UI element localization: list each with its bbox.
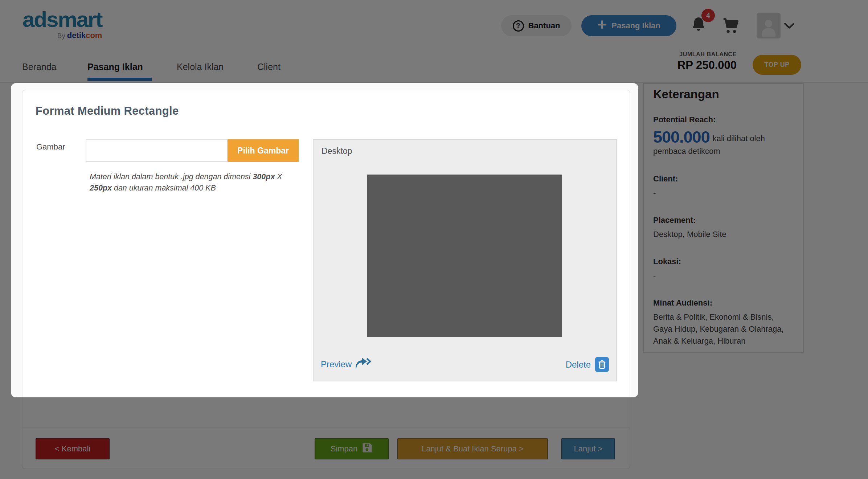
nav-item-pasang-iklan[interactable]: Pasang Iklan xyxy=(87,62,143,72)
footer-divider xyxy=(22,427,630,427)
gambar-input[interactable] xyxy=(86,139,228,162)
user-avatar[interactable] xyxy=(757,13,781,38)
pasang-iklan-label: Pasang Iklan xyxy=(611,21,660,30)
balance-label: JUMLAH BALANCE xyxy=(617,51,737,58)
cart-button[interactable] xyxy=(722,17,740,36)
trash-icon[interactable] xyxy=(595,357,609,372)
user-avatar-icon xyxy=(758,16,779,38)
pilih-gambar-button[interactable]: Pilih Gambar xyxy=(228,139,299,162)
adsmart-logo-text: adsmart xyxy=(22,8,102,31)
lokasi-label: Lokasi: xyxy=(653,257,794,266)
potential-reach-label: Potential Reach: xyxy=(653,115,794,124)
delete-label: Delete xyxy=(566,360,591,370)
logo-com-text: com xyxy=(86,31,102,40)
bantuan-label: Bantuan xyxy=(528,21,560,30)
nav-item-beranda[interactable]: Beranda xyxy=(22,62,57,72)
chevron-down-icon xyxy=(784,24,795,30)
preview-label: Preview xyxy=(321,359,352,369)
bell-icon xyxy=(691,28,706,34)
client-value: - xyxy=(653,187,794,199)
ad-image-placeholder xyxy=(367,175,562,337)
preview-forward-icon xyxy=(355,357,371,371)
gambar-label: Gambar xyxy=(36,142,65,152)
save-icon xyxy=(362,442,373,455)
potential-reach-value: 500.000kali dilihat oleh pembaca detikco… xyxy=(653,129,794,157)
detikcom-logo-text: Bydetikcom xyxy=(22,31,102,40)
minat-audiensi-label: Minat Audiensi: xyxy=(653,298,794,308)
lokasi-value: - xyxy=(653,270,794,282)
minat-audiensi-value: Berita & Politik, Ekonomi & Bisnis, Gaya… xyxy=(653,311,794,347)
form-title: Format Medium Rectangle xyxy=(36,105,179,118)
sidebar-title: Keterangan xyxy=(653,87,794,101)
adsmart-logo[interactable]: adsmart Bydetikcom xyxy=(22,8,102,40)
logo-by-text: By xyxy=(57,32,65,40)
kembali-button[interactable]: < Kembali xyxy=(36,438,110,459)
device-label: Desktop xyxy=(322,146,352,156)
cart-icon xyxy=(722,29,740,35)
nav-item-client[interactable]: Client xyxy=(257,62,281,72)
keterangan-sidebar: Keterangan Potential Reach: 500.000kali … xyxy=(643,83,804,353)
account-menu-chevron[interactable] xyxy=(784,22,795,30)
upload-row: Pilih Gambar xyxy=(86,139,299,162)
balance-value: RP 250.000 xyxy=(617,59,737,72)
simpan-button[interactable]: Simpan xyxy=(315,438,389,459)
bantuan-button[interactable]: ? Bantuan xyxy=(501,15,572,36)
app-screen: adsmart Bydetikcom ? Bantuan Pasang Ikla… xyxy=(0,0,868,479)
pasang-iklan-button[interactable]: Pasang Iklan xyxy=(581,15,676,36)
simpan-label: Simpan xyxy=(331,444,358,454)
active-tab-underline xyxy=(87,78,152,81)
preview-link[interactable]: Preview xyxy=(321,357,371,371)
balance-block: JUMLAH BALANCE RP 250.000 xyxy=(617,51,737,72)
placement-label: Placement: xyxy=(653,216,794,225)
desktop-preview-panel: Desktop Preview Delete xyxy=(313,139,617,381)
lanjut-button[interactable]: Lanjut > xyxy=(561,438,615,459)
placement-value: Desktop, Mobile Site xyxy=(653,228,794,240)
site-header: adsmart Bydetikcom ? Bantuan Pasang Ikla… xyxy=(0,0,868,83)
reach-number: 500.000 xyxy=(653,128,710,146)
logo-detik-text: detik xyxy=(67,31,86,40)
topup-button[interactable]: TOP UP xyxy=(753,55,801,75)
plus-icon xyxy=(597,20,607,32)
delete-link[interactable]: Delete xyxy=(566,357,609,372)
lanjut-buat-iklan-serupa-button[interactable]: Lanjut & Buat Iklan Serupa > xyxy=(397,438,548,459)
client-label: Client: xyxy=(653,174,794,184)
question-mark-icon: ? xyxy=(513,20,524,32)
notification-badge[interactable]: 4 xyxy=(701,9,715,22)
nav-item-kelola-iklan[interactable]: Kelola Iklan xyxy=(177,62,224,72)
upload-helper-text: Materi iklan dalam bentuk .jpg dengan di… xyxy=(90,171,293,193)
